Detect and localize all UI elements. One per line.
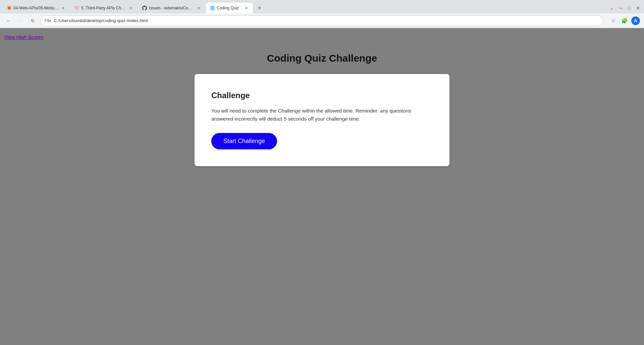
tab-4-favicon: 🌐 [210,6,215,10]
tab-bar: 🦊 04-Web-APIs/05-Module-Projec ✕ 🛡 5. Th… [0,0,644,13]
close-window-button[interactable]: ✕ [635,5,641,11]
card-container: Challenge You will need to complete the … [0,74,644,166]
address-bar-row: ← → ↻ File C:/Users/bumbd/desktop/coding… [0,13,644,28]
address-bar-actions: ☆ 🧩 A [608,16,640,25]
extensions-button[interactable]: 🧩 [620,16,629,25]
tab-1[interactable]: 🦊 04-Web-APIs/05-Module-Projec ✕ [3,3,70,13]
tab-1-favicon: 🦊 [7,6,11,10]
tab-3-label: Issues · avlamakis/Coding-Quiz- [149,6,194,10]
page-content: View High Scores Coding Quiz Challenge C… [0,28,644,345]
refresh-button[interactable]: ↻ [28,16,38,25]
view-high-scores-link[interactable]: View High Scores [0,31,48,43]
bookmark-button[interactable]: ☆ [608,16,618,25]
window-controls: ⌄ ─ □ ✕ [608,5,641,11]
card-description: You will need to complete the Challenge … [211,107,433,123]
back-button[interactable]: ← [4,16,13,25]
tab-4-label: Coding Quiz [217,6,241,10]
tab-2-label: 5. Third-Party APIs Challenge: W [81,6,126,10]
url-text: C:/Users/bumbd/desktop/coding-quiz-/inde… [54,18,599,23]
file-indicator: File [45,18,51,23]
tab-3-close[interactable]: ✕ [196,5,201,11]
tab-1-label: 04-Web-APIs/05-Module-Projec [13,6,58,10]
forward-button[interactable]: → [16,16,25,25]
profile-avatar[interactable]: A [631,16,640,25]
tab-2-close[interactable]: ✕ [128,5,133,11]
tab-2-favicon: 🛡 [74,6,79,10]
challenge-card: Challenge You will need to complete the … [195,74,449,166]
browser-chrome: 🦊 04-Web-APIs/05-Module-Projec ✕ 🛡 5. Th… [0,0,644,28]
card-title: Challenge [211,91,433,100]
new-tab-button[interactable]: + [255,3,264,13]
tab-4-close[interactable]: ✕ [244,5,249,11]
tab-list-button[interactable]: ⌄ [608,5,615,11]
page-title: Coding Quiz Challenge [0,53,644,64]
tab-3-favicon [142,6,147,10]
tab-4[interactable]: 🌐 Coding Quiz ✕ [206,3,253,13]
maximize-button[interactable]: □ [627,5,632,11]
address-bar[interactable]: File C:/Users/bumbd/desktop/coding-quiz-… [40,15,603,26]
tab-3[interactable]: Issues · avlamakis/Coding-Quiz- ✕ [138,3,205,13]
tab-2[interactable]: 🛡 5. Third-Party APIs Challenge: W ✕ [70,3,138,13]
start-challenge-button[interactable]: Start Challenge [211,133,277,149]
tab-1-close[interactable]: ✕ [60,5,66,11]
minimize-button[interactable]: ─ [618,5,624,11]
